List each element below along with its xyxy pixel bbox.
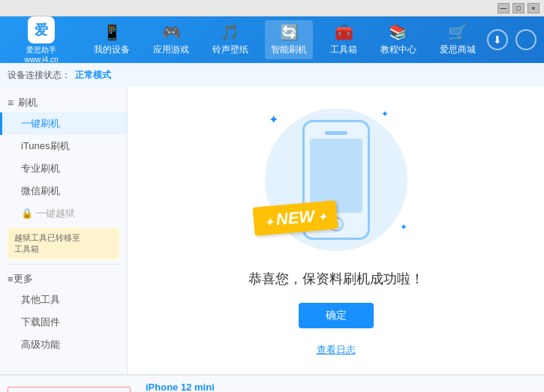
sidebar-section-more-label: 更多 — [14, 272, 33, 286]
device-name: iPhone 12 mini — [146, 382, 215, 392]
nav-smart-flash[interactable]: 🔄 智能刷机 — [265, 20, 313, 59]
goto-log-link[interactable]: 查看日志 — [317, 343, 356, 357]
header: 爱 爱思助手 www.i4.cn 📱 我的设备 🎮 应用游戏 🎵 铃声壁纸 🔄 … — [0, 16, 544, 63]
success-message: 恭喜您，保资料刷机成功啦！ — [248, 270, 424, 288]
sidebar-item-wechat-flash[interactable]: 微信刷机 — [0, 180, 127, 202]
sidebar-section-flash-label: 刷机 — [18, 96, 38, 109]
nav-bar: 📱 我的设备 🎮 应用游戏 🎵 铃声壁纸 🔄 智能刷机 🧰 工具箱 📚 教程中心… — [83, 20, 487, 59]
logo-url: www.i4.cn — [24, 55, 58, 64]
nav-tutorial-label: 教程中心 — [380, 43, 416, 56]
sidebar-item-pro-flash[interactable]: 专业刷机 — [0, 157, 127, 180]
checkbox-row: ✔ 自动敦促 ✔ 跳过向导 — [8, 387, 131, 392]
nav-ringtone-label: 铃声壁纸 — [212, 43, 248, 56]
sidebar-item-jailbreak: 🔒 一键越狱 — [0, 202, 127, 225]
nav-my-device[interactable]: 📱 我的设备 — [88, 20, 136, 59]
status-label: 设备连接状态： — [8, 69, 71, 82]
nav-store-label: 爱思商城 — [440, 43, 476, 56]
more-section-icon: ≡ — [8, 274, 14, 285]
store-icon: 🛒 — [448, 23, 467, 41]
sparkle-icon-1: ✦ — [269, 112, 278, 127]
sidebar-item-advanced[interactable]: 高级功能 — [0, 334, 127, 356]
smart-flash-icon: 🔄 — [280, 23, 299, 41]
status-mode: 正常模式 — [75, 69, 111, 82]
logo-text: 爱思助手 — [26, 45, 56, 55]
nav-smart-flash-label: 智能刷机 — [271, 43, 307, 56]
sidebar-divider — [8, 264, 119, 265]
sidebar-jailbreak-notice: 越狱工具已转移至 工具箱 — [8, 228, 119, 259]
nav-app-game[interactable]: 🎮 应用游戏 — [147, 20, 195, 59]
sparkle-icon-2: ✦ — [381, 109, 389, 119]
nav-toolbox[interactable]: 🧰 工具箱 — [324, 20, 363, 59]
sidebar-item-download-firmware[interactable]: 下载固件 — [0, 311, 127, 334]
nav-my-device-label: 我的设备 — [94, 43, 130, 56]
user-button[interactable]: 👤 — [515, 29, 536, 50]
nav-tutorial[interactable]: 📚 教程中心 — [374, 20, 422, 59]
flash-section-icon: ≡ — [8, 97, 14, 109]
bottom-section: ✔ 自动敦促 ✔ 跳过向导 iPhone 12 mini 64GB Down-1… — [0, 374, 544, 392]
status-bar: 设备连接状态： 正常模式 — [0, 63, 544, 87]
nav-ringtone[interactable]: 🎵 铃声壁纸 — [206, 20, 254, 59]
logo-icon: 爱 — [28, 16, 55, 43]
nav-app-game-label: 应用游戏 — [153, 43, 189, 56]
sparkle-icon-3: ✦ — [400, 222, 407, 232]
header-right: ⬇ 👤 — [487, 29, 536, 50]
tutorial-icon: 📚 — [389, 23, 407, 41]
ringtone-icon: 🎵 — [221, 23, 239, 41]
my-device-icon: 📱 — [103, 23, 122, 41]
app-game-icon: 🎮 — [162, 23, 181, 41]
nav-store[interactable]: 🛒 爱思商城 — [434, 20, 482, 59]
sidebar-item-other-tools[interactable]: 其他工具 — [0, 289, 127, 311]
phone-speaker — [325, 131, 347, 135]
logo-area: 爱 爱思助手 www.i4.cn — [8, 16, 75, 64]
device-info-row: iPhone 12 mini 64GB Down-12mini-13,1 — [138, 379, 222, 392]
maximize-button[interactable]: □ — [512, 3, 524, 13]
confirm-button[interactable]: 确定 — [299, 303, 374, 328]
title-bar: — □ × — [0, 0, 544, 16]
lock-icon: 🔒 — [21, 208, 36, 219]
sidebar-item-onekey-flash[interactable]: 一键刷机 — [0, 112, 127, 135]
nav-toolbox-label: 工具箱 — [330, 43, 357, 56]
content-panel: NEW ✦ ✦ ✦ 恭喜您，保资料刷机成功啦！ 确定 查看日志 — [128, 87, 544, 374]
sidebar-section-flash[interactable]: ≡ 刷机 — [0, 93, 127, 112]
window-controls: — □ × — [497, 3, 539, 13]
sidebar-section-more[interactable]: ≡ 更多 — [0, 269, 127, 289]
download-button[interactable]: ⬇ — [487, 29, 508, 50]
main-area: ≡ 刷机 一键刷机 iTunes刷机 专业刷机 微信刷机 🔒 一键越狱 越狱工具… — [0, 87, 544, 374]
success-illustration: NEW ✦ ✦ ✦ — [261, 105, 411, 255]
toolbox-icon: 🧰 — [335, 23, 353, 41]
sidebar-item-itunes-flash[interactable]: iTunes刷机 — [0, 135, 127, 157]
sidebar: ≡ 刷机 一键刷机 iTunes刷机 专业刷机 微信刷机 🔒 一键越狱 越狱工具… — [0, 87, 128, 374]
close-button[interactable]: × — [527, 3, 539, 13]
minimize-button[interactable]: — — [497, 3, 509, 13]
